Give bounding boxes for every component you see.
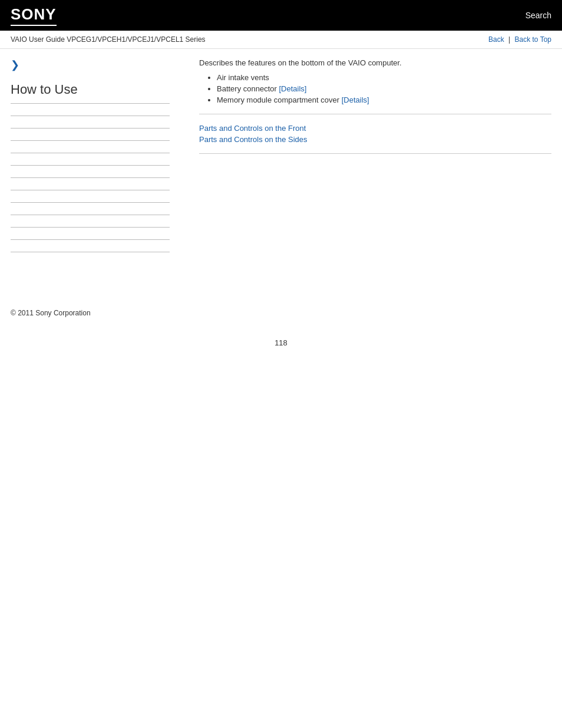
- content-area: Describes the features on the bottom of …: [181, 58, 551, 264]
- back-link[interactable]: Back: [488, 35, 504, 44]
- sidebar-line-6: [11, 177, 170, 178]
- nav-separator: |: [508, 35, 510, 44]
- header: SONY Search: [0, 0, 562, 31]
- bullet-text-memory: Memory module compartment cover: [217, 95, 342, 104]
- main-container: ❯ How to Use Describes the features on t…: [0, 49, 562, 264]
- page-number: 118: [0, 327, 562, 359]
- nav-links: Back | Back to Top: [488, 35, 551, 44]
- footer-copyright: © 2011 Sony Corporation: [0, 299, 562, 327]
- content-divider-top: [199, 114, 551, 114]
- sidebar-line-7: [11, 190, 170, 190]
- sidebar-line-11: [11, 239, 170, 240]
- bullet-list: Air intake vents Battery connector [Deta…: [217, 73, 551, 104]
- content-description: Describes the features on the bottom of …: [199, 58, 551, 67]
- sidebar-line-10: [11, 227, 170, 228]
- sidebar-line-9: [11, 215, 170, 215]
- content-divider-bottom: [199, 153, 551, 154]
- back-to-top-link[interactable]: Back to Top: [515, 35, 551, 44]
- sidebar-line-1: [11, 116, 170, 116]
- battery-details-link[interactable]: [Details]: [279, 84, 307, 93]
- sidebar-title-divider: [11, 103, 170, 104]
- nav-bar: VAIO User Guide VPCEG1/VPCEH1/VPCEJ1/VPC…: [0, 31, 562, 49]
- bullet-text-air: Air intake vents: [217, 73, 269, 82]
- sony-logo: SONY: [11, 5, 57, 26]
- sidebar-line-12: [11, 252, 170, 252]
- bullet-text-battery: Battery connector: [217, 84, 279, 93]
- sidebar-title: How to Use: [11, 82, 170, 97]
- list-item: Battery connector [Details]: [217, 84, 551, 93]
- sidebar-line-4: [11, 153, 170, 153]
- sidebar-line-2: [11, 128, 170, 129]
- search-button[interactable]: Search: [525, 11, 551, 20]
- list-item: Memory module compartment cover [Details…: [217, 95, 551, 104]
- content-links: Parts and Controls on the Front Parts an…: [199, 124, 551, 144]
- memory-details-link[interactable]: [Details]: [342, 95, 369, 104]
- parts-front-link[interactable]: Parts and Controls on the Front: [199, 124, 551, 133]
- list-item: Air intake vents: [217, 73, 551, 82]
- sidebar-line-5: [11, 165, 170, 166]
- sidebar-line-8: [11, 202, 170, 203]
- sidebar: ❯ How to Use: [11, 58, 181, 264]
- sidebar-arrow-icon[interactable]: ❯: [11, 58, 170, 71]
- parts-sides-link[interactable]: Parts and Controls on the Sides: [199, 135, 551, 144]
- sidebar-line-3: [11, 140, 170, 141]
- guide-title: VAIO User Guide VPCEG1/VPCEH1/VPCEJ1/VPC…: [11, 35, 206, 44]
